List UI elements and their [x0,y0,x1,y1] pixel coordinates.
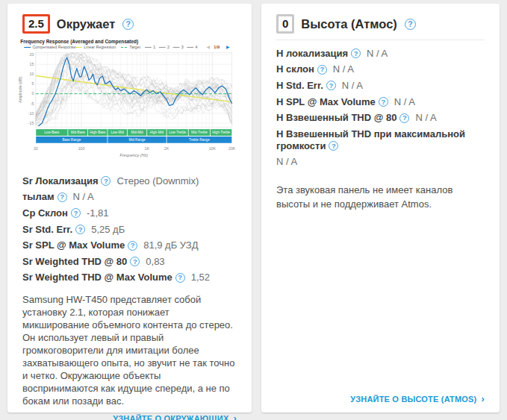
spec-row: Sr SPL @ Max Volume?81,9 дБ УЗД [22,237,237,254]
spec-row: Ср Склон?-1,81 [22,205,237,222]
spec-label: тылам [22,191,55,202]
height-specs: Н локализация?N / AН склон?N / AH Std. E… [276,46,485,169]
legend-item: 4 [196,45,198,49]
help-icon[interactable]: ? [326,81,336,90]
y-tick-label: 20 [30,52,34,57]
help-icon[interactable]: ? [75,225,85,234]
spec-row: тылам?N / A [22,189,237,206]
help-icon[interactable]: ? [130,257,140,266]
spec-row: Н склон?N / A [276,62,485,78]
band-label: Low-Treble [169,131,186,134]
height-score-badge: 0 [276,14,294,34]
x-tick-label: 20K [228,146,235,151]
y-tick-label: -5 [31,101,34,106]
surround-header: 2.5 Окружает ? [22,14,237,34]
learn-about-height-link[interactable]: УЗНАЙТЕ О ВЫСОТЕ (ATMOS) › [350,394,485,404]
spec-value: 5,25 дБ [91,224,125,235]
help-icon[interactable]: ? [379,97,388,107]
learn-link-label: УЗНАЙТЕ О ОКРУЖАЮЩИХ [113,414,228,420]
spec-value: N / A [333,63,354,75]
chart-title: Frequency Response (Averaged and Compens… [20,39,138,45]
help-icon[interactable]: ? [57,192,67,202]
legend-item: Linear Regression [84,45,116,49]
spec-row: Sr Weighted THD @ 80?0,83 [22,254,237,270]
spec-label: H Std. Err. [276,80,323,91]
page-prev-icon[interactable]: ◀ [207,45,211,49]
help-icon[interactable]: ? [175,273,185,283]
spec-label: Sr SPL @ Max Volume [22,239,125,251]
chevron-right-icon: › [481,394,485,404]
spec-value: 1,52 [191,272,210,283]
spec-value: N / A [367,48,388,59]
chart-pagination: 1/9 [214,45,220,49]
y-tick-label: 10 [30,72,34,76]
legend-item: Compensated Response [32,45,75,49]
height-description: Эта звуковая панель не имеет каналов выс… [276,183,485,211]
spec-label: Н локализация [276,48,348,59]
band-label: Low-Mid [111,131,124,134]
x-tick-label: 10K [209,146,217,151]
spec-value: N / A [415,112,436,123]
band-label: Mid-Mid [131,131,143,134]
header-divider [276,40,485,40]
height-header: 0 Высота (Атмос) ? [276,14,485,34]
spec-value: N / A [73,191,94,202]
legend-item: Target [129,45,140,49]
help-icon[interactable]: ? [101,176,111,186]
x-axis-label: Frequency (Hz) [119,153,148,157]
y-axis-label: Amplitude (dB) [18,77,22,103]
help-icon[interactable]: ? [405,19,416,30]
help-icon[interactable]: ? [71,208,81,218]
band-label: Mid-Bass [71,131,86,134]
surround-description: Samsung HW-T450 представляет собой устан… [22,293,237,407]
spec-value: N / A [394,96,415,107]
spec-row: Sr Локализация?Стерео (Downmix) [22,173,237,189]
spec-row: Н Взвешенный THD при максимальной громко… [276,126,485,154]
band-label: Mid Range [128,138,146,142]
y-tick-label: 0 [31,91,34,95]
spec-row: Н локализация?N / A [276,46,485,62]
band-label: High-Mid [150,131,164,134]
spec-row: H SPL @ Max Volume?N / A [276,94,485,110]
spec-label: Н склон [276,63,314,75]
spec-value: Стерео (Downmix) [116,175,199,187]
surround-panel: 2.5 Окружает ? 20151050-5-10-15Low-BassM… [7,4,252,413]
review-page: 2.5 Окружает ? 20151050-5-10-15Low-BassM… [0,0,507,420]
spec-label: Н Взвешенный THD при максимальной громко… [276,128,465,151]
y-tick-label: 5 [31,81,34,86]
spec-label: Sr Weighted THD @ 80 [22,256,127,267]
learn-about-surround-link[interactable]: УЗНАЙТЕ О ОКРУЖАЮЩИХ › [113,413,237,420]
spec-value: 0,83 [146,256,164,267]
learn-link-label: УЗНАЙТЕ О ВЫСОТЕ (ATMOS) [350,395,476,404]
spec-label: Н Взвешенный THD @ 80 [276,112,396,123]
legend-item: 1 [153,45,155,49]
surround-score-badge: 2.5 [22,14,50,34]
x-tick-label: 2K [164,146,169,151]
height-title: Высота (Атмос) [301,17,397,31]
page-next-icon[interactable]: ▶ [226,45,230,49]
spec-label: Ср Склон [22,207,68,219]
help-icon[interactable]: ? [351,48,361,58]
help-icon[interactable]: ? [399,113,409,123]
x-tick-label: 100 [78,146,85,151]
help-icon[interactable]: ? [122,19,134,30]
chevron-right-icon: › [233,413,237,420]
band-label: High-Treble [212,131,230,134]
spec-label: H SPL @ Max Volume [276,96,376,107]
legend-item: 3 [181,45,184,49]
band-label: High-Bass [90,131,106,134]
x-tick-label: 20 [34,146,38,151]
help-icon[interactable]: ? [329,141,338,151]
height-link-row: УЗНАЙТЕ О ВЫСОТЕ (ATMOS) › [276,388,485,404]
band-label: Treble Range [189,138,210,142]
y-tick-label: -15 [28,121,34,125]
surround-title: Окружает [57,17,115,31]
frequency-response-chart[interactable]: 20151050-5-10-15Low-BassMid-BassHigh-Bas… [18,38,237,169]
help-icon[interactable]: ? [128,241,137,251]
spec-value: N / A [342,80,363,91]
spec-label: Sr Std. Err. [22,224,72,235]
legend-item: 2 [167,45,169,49]
help-icon[interactable]: ? [317,65,327,75]
y-tick-label: -10 [28,111,34,116]
spec-row: Sr Std. Err.?5,25 дБ [22,222,237,238]
